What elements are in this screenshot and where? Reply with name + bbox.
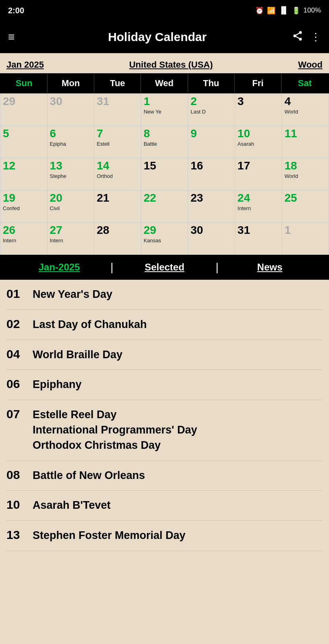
tab-selected[interactable]: Selected (113, 262, 215, 273)
svg-line-3 (296, 36, 299, 38)
day-number: 1 (144, 95, 186, 108)
calendar-cell[interactable]: 19Confed (0, 190, 48, 223)
menu-button[interactable]: ≡ (8, 31, 14, 43)
holiday-item[interactable]: 01New Year's Day (6, 280, 323, 310)
holiday-day-number: 10 (6, 498, 33, 512)
calendar-grid: 2930311New Ye2Last D34World56Epipha7Este… (0, 93, 329, 255)
holiday-item[interactable]: 13Stephen Foster Memorial Day (6, 521, 323, 551)
calendar-cell[interactable]: 3 (235, 94, 282, 126)
status-time: 2:00 (8, 6, 24, 15)
day-number: 23 (190, 192, 232, 204)
day-header-mon: Mon (48, 74, 94, 93)
calendar-cell[interactable]: 23 (188, 190, 235, 223)
app-header: ≡ Holiday Calendar ⋮ (0, 21, 329, 53)
calendar-cell[interactable]: 25 (282, 190, 329, 223)
calendar-cell[interactable]: 27Intern (48, 223, 95, 255)
day-event: Intern (3, 237, 45, 244)
calendar-month[interactable]: Jan 2025 (6, 60, 44, 70)
calendar-cell[interactable]: 12 (0, 158, 48, 190)
day-number: 7 (97, 128, 139, 140)
header-actions: ⋮ (292, 30, 321, 44)
day-number: 9 (190, 128, 232, 140)
calendar-cell[interactable]: 7Estell (94, 126, 141, 158)
day-number: 20 (50, 192, 92, 204)
tab-separator-1: | (110, 261, 113, 274)
day-number: 15 (144, 160, 186, 172)
calendar-cell[interactable]: 30 (188, 223, 235, 255)
calendar-cell[interactable]: 16 (188, 158, 235, 190)
calendar-cell[interactable]: 30 (48, 94, 95, 126)
day-event: Civil (50, 205, 92, 212)
holiday-item[interactable]: 06Epiphany (6, 370, 323, 400)
calendar-cell[interactable]: 22 (141, 190, 188, 223)
day-number: 4 (284, 95, 326, 108)
day-number: 2 (190, 95, 232, 108)
tab-month[interactable]: Jan-2025 (8, 262, 110, 273)
day-number: 8 (144, 128, 186, 140)
calendar-cell[interactable]: 29 (0, 94, 48, 126)
battery-icon: 🔋 (292, 6, 300, 15)
day-event: Orthod (97, 173, 139, 180)
holiday-day-number: 08 (6, 468, 33, 482)
day-number: 10 (238, 128, 279, 140)
holiday-item[interactable]: 08Battle of New Orleans (6, 461, 323, 491)
day-number: 26 (3, 224, 45, 237)
calendar-theme[interactable]: Wood (298, 60, 323, 70)
calendar-cell[interactable]: 20Civil (48, 190, 95, 223)
holiday-name: New Year's Day (33, 287, 112, 302)
holiday-day-number: 01 (6, 287, 33, 301)
calendar-cell[interactable]: 17 (235, 158, 282, 190)
svg-point-0 (299, 31, 302, 34)
calendar-cell[interactable]: 21 (94, 190, 141, 223)
calendar-cell[interactable]: 10Asarah (235, 126, 282, 158)
more-options-button[interactable]: ⋮ (310, 31, 321, 43)
day-header-sat: Sat (281, 74, 328, 93)
day-event: Intern (238, 205, 279, 212)
day-number: 14 (97, 160, 139, 172)
calendar-cell[interactable]: 5 (0, 126, 48, 158)
calendar-cell[interactable]: 18World (282, 158, 329, 190)
svg-point-1 (294, 34, 296, 37)
calendar-cell[interactable]: 6Epipha (48, 126, 95, 158)
tab-news[interactable]: News (219, 262, 321, 273)
holiday-item[interactable]: 04World Braille Day (6, 340, 323, 370)
calendar-cell[interactable]: 8Battle (141, 126, 188, 158)
day-header-tue: Tue (94, 74, 141, 93)
day-number: 13 (50, 160, 92, 172)
calendar-cell[interactable]: 9 (188, 126, 235, 158)
calendar-cell[interactable]: 4World (282, 94, 329, 126)
calendar-country[interactable]: United States (USA) (129, 60, 213, 70)
calendar-cell[interactable]: 2Last D (188, 94, 235, 126)
calendar-cell[interactable]: 26Intern (0, 223, 48, 255)
calendar-cell[interactable]: 1New Ye (141, 94, 188, 126)
day-number: 24 (238, 192, 279, 204)
day-header-fri: Fri (235, 74, 281, 93)
calendar-cell[interactable]: 31 (94, 94, 141, 126)
calendar-cell[interactable]: 14Orthod (94, 158, 141, 190)
calendar-cell[interactable]: 1 (282, 223, 329, 255)
day-header-sun: Sun (1, 74, 48, 93)
calendar-cell[interactable]: 28 (94, 223, 141, 255)
holiday-item[interactable]: 10Asarah B'Tevet (6, 491, 323, 521)
share-button[interactable] (292, 30, 303, 44)
calendar-cell[interactable]: 13Stephe (48, 158, 95, 190)
calendar-cell[interactable]: 15 (141, 158, 188, 190)
calendar-cell[interactable]: 29Kansas (141, 223, 188, 255)
calendar-cell[interactable]: 31 (235, 223, 282, 255)
day-number: 3 (238, 95, 279, 108)
holiday-item[interactable]: 02Last Day of Chanukah (6, 310, 323, 340)
svg-point-2 (299, 37, 302, 40)
day-number: 25 (284, 192, 326, 204)
calendar-section: Jan 2025 United States (USA) Wood Sun Mo… (0, 53, 329, 255)
alarm-icon: ⏰ (255, 6, 264, 15)
calendar-cell[interactable]: 24Intern (235, 190, 282, 223)
day-number: 31 (97, 95, 139, 108)
day-number: 11 (284, 128, 326, 140)
calendar-cell[interactable]: 11 (282, 126, 329, 158)
day-event: Battle (144, 141, 186, 147)
day-event: New Ye (144, 109, 186, 115)
day-number: 31 (238, 224, 279, 237)
holiday-day-number: 13 (6, 528, 33, 542)
holiday-item[interactable]: 07Estelle Reel Day International Program… (6, 400, 323, 460)
day-number: 19 (3, 192, 45, 204)
